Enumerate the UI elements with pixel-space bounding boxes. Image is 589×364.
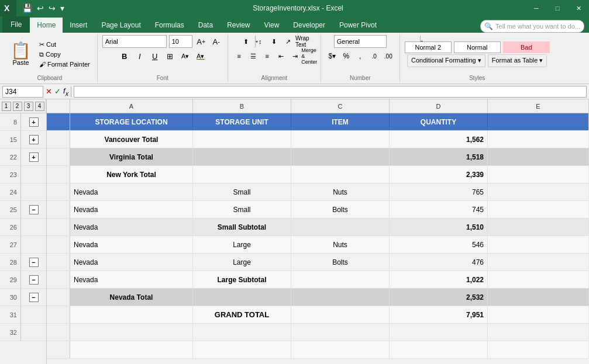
collapse-row-28[interactable]: − <box>29 258 39 267</box>
tab-view[interactable]: View <box>257 18 287 33</box>
col-header-d[interactable]: D <box>390 99 488 113</box>
copy-button[interactable]: ⧉ Copy <box>37 50 92 59</box>
save-icon[interactable]: 💾 <box>21 2 33 14</box>
align-left-button[interactable]: ≡ <box>233 50 246 63</box>
maximize-button[interactable]: □ <box>547 0 568 16</box>
collapse-row-25[interactable]: − <box>29 205 39 214</box>
align-middle-button[interactable]: ↕ <box>254 35 267 48</box>
cell-a[interactable]: Nevada <box>70 201 193 218</box>
font-color-button[interactable]: A▾ <box>194 50 207 63</box>
collapse-row-29[interactable]: − <box>29 275 39 285</box>
underline-button[interactable]: U <box>149 50 161 63</box>
cell-c[interactable] <box>291 289 390 306</box>
customize-icon[interactable]: ▾ <box>59 2 66 14</box>
paste-button[interactable]: 📋 Paste <box>7 40 35 68</box>
cell-c[interactable] <box>291 166 390 183</box>
cell-a[interactable]: New York Total <box>70 166 193 183</box>
tab-formulas[interactable]: Formulas <box>148 18 191 33</box>
expand-row-15[interactable]: + <box>29 135 39 144</box>
cell-d[interactable] <box>390 341 488 358</box>
font-name-select[interactable]: ▾ <box>102 35 167 48</box>
col-b-header[interactable]: STORAGE UNIT <box>193 113 291 130</box>
comma-button[interactable]: , <box>354 50 367 63</box>
tab-page-layout[interactable]: Page Layout <box>94 18 147 33</box>
cell-d[interactable]: 2,339 <box>390 166 488 183</box>
cell-d[interactable]: 476 <box>390 254 488 271</box>
expand-row-8[interactable]: + <box>29 117 39 127</box>
cell-a[interactable] <box>70 341 193 358</box>
tab-data[interactable]: Data <box>191 18 220 33</box>
italic-button[interactable]: I <box>133 50 146 63</box>
outline-level-4[interactable]: 4 <box>35 102 44 111</box>
cell-d[interactable]: 7,951 <box>390 306 488 323</box>
collapse-row-30[interactable]: − <box>29 293 39 302</box>
cell-d[interactable]: 1,518 <box>390 148 488 165</box>
decimal-decrease-button[interactable]: .00 <box>382 50 395 63</box>
cell-d[interactable]: 1,562 <box>390 131 488 148</box>
tab-insert[interactable]: Insert <box>63 18 94 33</box>
cell-c[interactable]: Nuts <box>291 183 390 200</box>
tab-power-pivot[interactable]: Power Pivot <box>332 18 384 33</box>
col-a-header[interactable]: STORAGE LOCATION <box>70 113 193 130</box>
merge-center-button[interactable]: Merge & Center <box>303 50 316 63</box>
cell-b[interactable]: Small Subtotal <box>193 219 291 235</box>
orientation-button[interactable]: ↗ <box>282 35 295 48</box>
increase-font-button[interactable]: A+ <box>195 35 208 48</box>
bold-button[interactable]: B <box>118 50 131 63</box>
cell-d[interactable]: 2,532 <box>390 289 488 306</box>
cell-d[interactable]: 765 <box>390 183 488 200</box>
align-center-button[interactable]: ☰ <box>247 50 260 63</box>
close-button[interactable]: ✕ <box>568 0 589 16</box>
wrap-text-button[interactable]: Wrap Text <box>296 35 309 48</box>
expand-row-22[interactable]: + <box>29 152 39 162</box>
cell-c[interactable] <box>291 341 390 358</box>
fill-color-button[interactable]: A▾ <box>179 50 192 63</box>
cell-a[interactable] <box>70 306 193 323</box>
cell-a[interactable]: Nevada <box>70 219 193 235</box>
font-size-select[interactable]: ▾ <box>169 35 192 48</box>
formula-input[interactable] <box>74 86 587 98</box>
col-header-c[interactable]: C <box>291 99 390 113</box>
name-box[interactable] <box>2 86 43 98</box>
cell-b[interactable] <box>193 166 291 183</box>
cell-d[interactable]: 1,022 <box>390 271 488 288</box>
style-normal2[interactable]: Normal 2 <box>405 41 452 53</box>
percent-button[interactable]: % <box>340 50 353 63</box>
col-header-a[interactable]: A <box>70 99 193 113</box>
cell-c[interactable] <box>291 131 390 148</box>
tab-developer[interactable]: Developer <box>286 18 332 33</box>
style-bad[interactable]: Bad <box>503 41 550 53</box>
cell-b[interactable] <box>193 324 291 341</box>
outline-level-3[interactable]: 3 <box>24 102 33 111</box>
cell-a[interactable]: Nevada <box>70 183 193 200</box>
cell-b[interactable]: GRAND TOTAL <box>193 306 291 323</box>
cell-a[interactable]: Vancouver Total <box>70 131 193 148</box>
confirm-formula-icon[interactable]: ✓ <box>54 87 61 96</box>
col-d-header[interactable]: QUANTITY <box>390 113 488 130</box>
conditional-formatting-button[interactable]: Conditional Formatting ▾ <box>407 54 485 67</box>
cell-a[interactable] <box>70 324 193 341</box>
cell-c[interactable] <box>291 306 390 323</box>
border-button[interactable]: ⊞ <box>164 50 177 63</box>
cell-a[interactable]: Nevada <box>70 271 193 288</box>
indent-decrease-button[interactable]: ⇤ <box>275 50 288 63</box>
tab-review[interactable]: Review <box>220 18 257 33</box>
cell-b[interactable]: Large Subtotal <box>193 271 291 288</box>
redo-icon[interactable]: ↪ <box>47 2 57 14</box>
undo-icon[interactable]: ↩ <box>36 2 45 14</box>
tab-file[interactable]: File <box>2 16 30 33</box>
tell-me-input[interactable]: 🔍 Tell me what you want to do... <box>480 20 584 33</box>
cell-c[interactable]: Bolts <box>291 201 390 218</box>
cell-a[interactable]: Nevada <box>70 236 193 253</box>
cell-d[interactable]: 745 <box>390 201 488 218</box>
cell-b[interactable]: Large <box>193 254 291 271</box>
cell-c[interactable] <box>291 271 390 288</box>
cell-b[interactable] <box>193 341 291 358</box>
outline-level-2[interactable]: 2 <box>13 102 22 111</box>
cell-c[interactable]: Bolts <box>291 254 390 271</box>
minimize-button[interactable]: ─ <box>526 0 547 16</box>
cell-d[interactable]: 1,510 <box>390 219 488 235</box>
cell-a[interactable]: Nevada <box>70 254 193 271</box>
cell-b[interactable] <box>193 131 291 148</box>
col-header-e[interactable]: E <box>488 99 589 113</box>
